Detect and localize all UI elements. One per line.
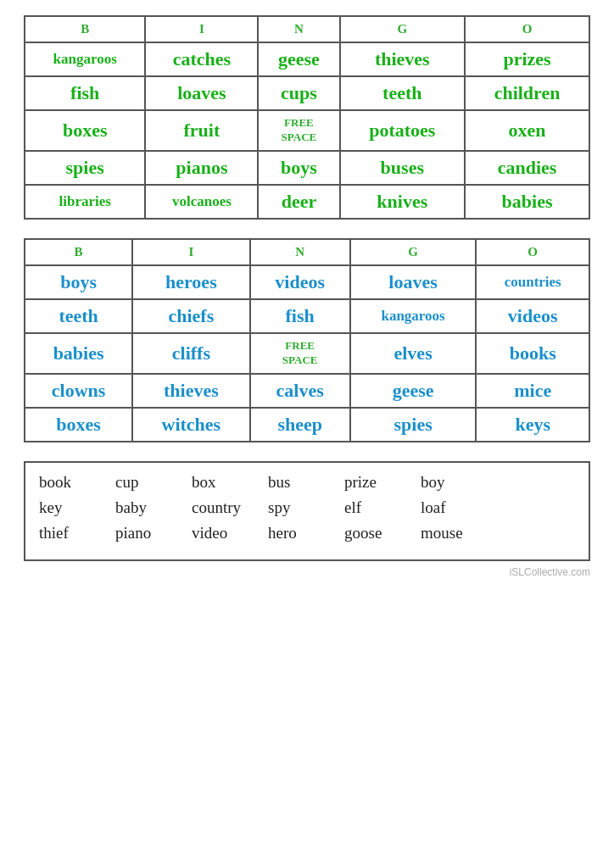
table-row: kangaroos (25, 42, 145, 76)
table-row: kangaroos (350, 299, 477, 333)
table-row: thieves (132, 374, 249, 408)
table-row: mice (476, 374, 589, 408)
table-row: fruit (145, 110, 258, 151)
table-row: spies (25, 151, 145, 185)
word-list-box: bookcupboxbusprizeboykeybabycountryspyel… (24, 461, 590, 561)
table-row: videos (250, 265, 350, 299)
table-row: clowns (25, 374, 132, 408)
list-item: elf (344, 498, 421, 517)
table-row: deer (258, 185, 339, 219)
table-row: teeth (25, 299, 132, 333)
bingo1-header-g: G (340, 16, 466, 42)
watermark: iSLCollective.com (24, 566, 590, 578)
list-item: mouse (421, 524, 497, 542)
list-item: key (39, 498, 115, 517)
list-item: thief (39, 524, 115, 542)
table-row: pianos (145, 151, 258, 185)
table-row: oxen (465, 110, 589, 151)
table-row: witches (132, 408, 249, 442)
table-row: potatoes (340, 110, 466, 151)
list-item: loaf (421, 498, 497, 517)
table-row: elves (350, 333, 477, 374)
bingo-card-1: B I N G O kangarooscatchesgeesethievespr… (24, 15, 590, 220)
table-row: books (476, 333, 589, 374)
table-row: geese (258, 42, 339, 76)
list-item: keybabycountryspyelfloaf (39, 498, 575, 517)
list-item: spy (268, 498, 344, 517)
table-row: boys (258, 151, 339, 185)
table-row: loaves (350, 265, 477, 299)
table-row: children (465, 76, 589, 110)
table-row: teeth (340, 76, 466, 110)
table-row: cliffs (132, 333, 249, 374)
table-row: prizes (465, 42, 589, 76)
table-row: boxes (25, 110, 145, 151)
table-row: babies (465, 185, 589, 219)
list-item: thiefpianovideoherogoosemouse (39, 524, 575, 542)
bingo1-header-o: O (465, 16, 589, 42)
list-item: video (192, 524, 268, 542)
list-item: hero (268, 524, 344, 542)
table-row: fish (250, 299, 350, 333)
bingo1-header-n: N (258, 16, 339, 42)
list-item: cup (115, 473, 192, 492)
list-item: prize (344, 473, 421, 492)
table-row: candies (465, 151, 589, 185)
bingo2-header-n: N (250, 239, 350, 265)
table-row: FREESPACE (258, 110, 339, 151)
list-item: piano (115, 524, 192, 542)
table-row: libraries (25, 185, 145, 219)
list-item: boy (421, 473, 497, 492)
bingo-card-2: B I N G O boysheroesvideosloavescountrie… (24, 238, 590, 442)
bingo1-header-i: I (145, 16, 258, 42)
list-item: bookcupboxbusprizeboy (39, 473, 575, 492)
bingo2-header-o: O (476, 239, 589, 265)
table-row: knives (340, 185, 466, 219)
table-row: FREESPACE (250, 333, 350, 374)
list-item: book (39, 473, 115, 492)
table-row: boxes (25, 408, 132, 442)
table-row: cups (258, 76, 339, 110)
list-item: bus (268, 473, 344, 492)
table-row: fish (25, 76, 145, 110)
table-row: videos (476, 299, 589, 333)
bingo2-header-i: I (132, 239, 249, 265)
bingo2-header-g: G (350, 239, 477, 265)
table-row: catches (145, 42, 258, 76)
table-row: sheep (250, 408, 350, 442)
table-row: heroes (132, 265, 249, 299)
list-item: baby (115, 498, 192, 517)
bingo2-header-b: B (25, 239, 132, 265)
list-item: country (192, 498, 268, 517)
table-row: babies (25, 333, 132, 374)
table-row: spies (350, 408, 477, 442)
table-row: thieves (340, 42, 466, 76)
table-row: boys (25, 265, 132, 299)
table-row: geese (350, 374, 477, 408)
table-row: chiefs (132, 299, 249, 333)
table-row: loaves (145, 76, 258, 110)
bingo1-header-b: B (25, 16, 145, 42)
table-row: buses (340, 151, 466, 185)
table-row: keys (476, 408, 589, 442)
list-item: goose (344, 524, 421, 542)
table-row: countries (476, 265, 589, 299)
table-row: calves (250, 374, 350, 408)
list-item: box (192, 473, 268, 492)
table-row: volcanoes (145, 185, 258, 219)
